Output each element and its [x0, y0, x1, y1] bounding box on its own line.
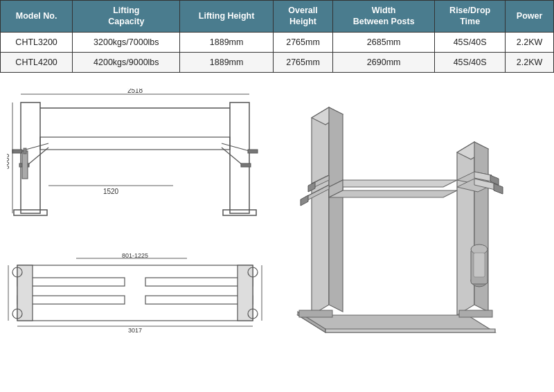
- svg-rect-22: [17, 265, 253, 321]
- front-view-diagram: 2518 3003 1520: [7, 89, 263, 234]
- svg-rect-21: [24, 148, 26, 154]
- cell-rise-drop-time: 45S/40S: [435, 32, 506, 52]
- col-header-power: Power: [506, 1, 554, 33]
- cell-overall-height: 2765mm: [273, 32, 332, 52]
- cell-overall-height: 2765mm: [273, 52, 332, 72]
- svg-marker-52: [329, 190, 457, 197]
- svg-rect-2: [14, 210, 47, 215]
- col-header-lifting-height: Lifting Height: [180, 1, 273, 33]
- cell-model: CHTL3200: [1, 32, 73, 52]
- svg-rect-28: [238, 265, 253, 321]
- svg-rect-13: [241, 163, 251, 167]
- svg-rect-68: [474, 253, 485, 277]
- svg-rect-70: [459, 310, 492, 317]
- svg-marker-58: [301, 195, 308, 206]
- cell-power: 2.2KW: [506, 32, 554, 52]
- svg-rect-20: [22, 151, 28, 179]
- table-row: CHTL4200 4200kgs/9000lbs 1889mm 2765mm 2…: [1, 52, 554, 72]
- svg-text:2518: 2518: [127, 89, 143, 94]
- svg-text:1520: 1520: [103, 188, 119, 195]
- svg-rect-5: [40, 137, 230, 150]
- cell-lifting-height: 1889mm: [180, 32, 273, 52]
- right-diagram: [267, 80, 551, 343]
- cell-lifting-height: 1889mm: [180, 52, 273, 72]
- cell-width-between-posts: 2685mm: [333, 32, 435, 52]
- svg-rect-23: [17, 278, 125, 286]
- table-row: CHTL3200 3200kgs/7000lbs 1889mm 2765mm 2…: [1, 32, 554, 52]
- col-header-model: Model No.: [1, 1, 73, 33]
- cell-power: 2.2KW: [506, 52, 554, 72]
- svg-marker-49: [325, 329, 495, 332]
- svg-rect-3: [223, 210, 256, 215]
- svg-text:3017: 3017: [128, 327, 142, 334]
- svg-marker-43: [329, 107, 343, 312]
- svg-rect-27: [17, 265, 33, 321]
- svg-rect-1: [230, 103, 249, 213]
- svg-marker-50: [329, 180, 457, 187]
- svg-text:188: 188: [7, 291, 8, 301]
- svg-marker-41: [312, 107, 329, 315]
- col-header-lifting-capacity: LiftingCapacity: [73, 1, 180, 33]
- svg-marker-64: [494, 184, 503, 194]
- specs-table: Model No. LiftingCapacity Lifting Height…: [0, 0, 554, 73]
- svg-line-9: [222, 148, 242, 165]
- cell-lifting-capacity: 4200kgs/9000lbs: [73, 52, 180, 72]
- svg-rect-12: [248, 150, 258, 153]
- cell-rise-drop-time: 45S/40S: [435, 52, 506, 72]
- svg-text:801-1225: 801-1225: [122, 252, 148, 259]
- svg-rect-24: [17, 296, 125, 304]
- diagrams-section: 2518 3003 1520: [0, 73, 554, 350]
- top-view-diagram: 801-1225 3017 188 390: [7, 251, 263, 335]
- cell-lifting-capacity: 3200kgs/7000lbs: [73, 32, 180, 52]
- cell-model: CHTL4200: [1, 52, 73, 72]
- svg-rect-69: [299, 310, 332, 317]
- svg-line-7: [28, 148, 48, 165]
- svg-rect-25: [145, 278, 253, 286]
- col-header-width: WidthBetween Posts: [333, 1, 435, 33]
- svg-marker-44: [457, 142, 474, 315]
- cell-width-between-posts: 2690mm: [333, 52, 435, 72]
- isometric-diagram: [291, 76, 526, 346]
- left-diagrams: 2518 3003 1520: [3, 80, 267, 343]
- col-header-rise-drop: Rise/DropTime: [435, 1, 506, 33]
- svg-text:390: 390: [262, 291, 263, 301]
- svg-rect-10: [12, 150, 22, 153]
- col-header-overall-height: OverallHeight: [273, 1, 332, 33]
- svg-text:3003: 3003: [7, 153, 10, 169]
- svg-rect-26: [145, 296, 253, 304]
